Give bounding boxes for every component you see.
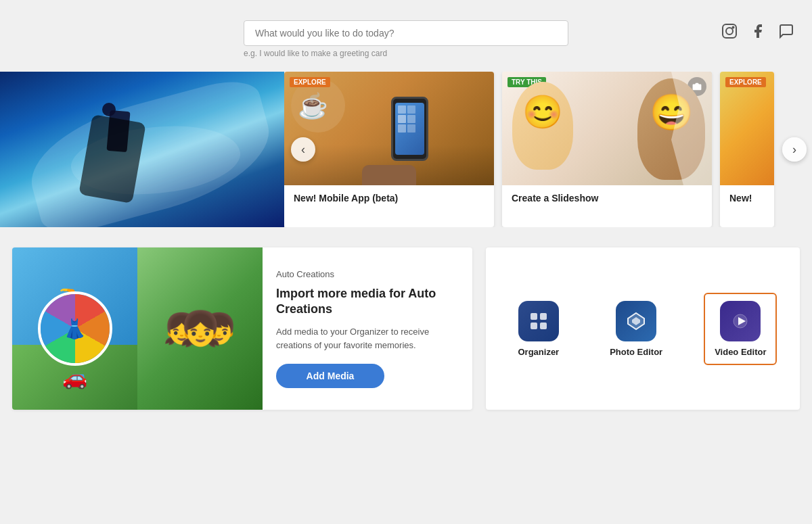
auto-creations-heading: Import more media for Auto Creations — [276, 286, 459, 318]
card-mobile-app[interactable]: ☕ — [284, 72, 494, 227]
photo-editor-icon — [616, 301, 656, 341]
header: e.g. I would like to make a greeting car… — [0, 0, 812, 65]
add-media-button[interactable]: Add Media — [276, 364, 384, 388]
svg-rect-7 — [540, 323, 547, 329]
search-container: e.g. I would like to make a greeting car… — [244, 20, 568, 58]
explore-badge-mobile: EXPLORE — [290, 77, 330, 87]
carousel-cards: ☕ — [284, 72, 812, 227]
photo-editor-app-item[interactable]: Photo Editor — [600, 294, 672, 364]
card-mobile-title: New! Mobile App (beta) — [294, 193, 398, 204]
search-hint: e.g. I would like to make a greeting car… — [244, 49, 387, 58]
card-mobile-body: New! Mobile App (beta) — [284, 185, 494, 211]
app-icons-panel: Organizer Photo Editor Video Editor — [486, 247, 800, 410]
card-slideshow-title: Create a Slideshow — [512, 193, 598, 204]
carousel-prev-button[interactable]: ‹ — [291, 137, 315, 162]
svg-rect-4 — [531, 313, 537, 320]
card-slideshow[interactable]: 😊 😄 TRY THIS Create a Slideshow — [502, 72, 712, 227]
auto-photos-collage: 🏊 👧👦 🚙 👗 — [12, 247, 263, 410]
svg-rect-0 — [723, 24, 736, 38]
organizer-app-item[interactable]: Organizer — [508, 294, 568, 364]
bottom-section: 🏊 👧👦 🚙 👗 Auto Creations Import more medi… — [12, 247, 800, 410]
explore-badge-partial: EXPLORE — [725, 77, 766, 87]
social-icons — [720, 22, 796, 41]
organizer-label: Organizer — [518, 347, 559, 357]
video-editor-label: Video Editor — [715, 347, 766, 357]
svg-point-1 — [726, 28, 733, 34]
carousel-main-image — [0, 72, 284, 227]
card-slideshow-body: Create a Slideshow — [502, 185, 712, 211]
svg-rect-6 — [531, 323, 537, 329]
carousel-section: ☕ — [0, 72, 812, 227]
card-partial-title: New! — [729, 193, 752, 204]
instagram-icon[interactable] — [720, 22, 739, 41]
card-new-partial[interactable]: EXPLORE New! — [720, 72, 774, 227]
card-mobile-image: ☕ — [284, 72, 494, 185]
chat-icon[interactable] — [777, 22, 796, 41]
photo-editor-label: Photo Editor — [610, 347, 662, 357]
collage-top-right: 👧👦 — [137, 247, 263, 410]
auto-creations-info: Auto Creations Import more media for Aut… — [263, 247, 472, 410]
carousel-next-button[interactable]: › — [782, 137, 807, 162]
organizer-icon — [518, 301, 559, 341]
video-editor-icon — [720, 301, 761, 341]
card-partial-body: New! — [720, 185, 774, 211]
auto-creations-description: Add media to your Organizer to receive c… — [276, 325, 459, 352]
auto-creations-section-title: Auto Creations — [276, 269, 459, 279]
card-partial-image — [720, 72, 774, 185]
facebook-icon[interactable] — [748, 22, 767, 41]
collage-circle-overlay: 👗 — [38, 291, 112, 366]
video-editor-app-item[interactable]: Video Editor — [704, 293, 777, 365]
auto-creations-panel: 🏊 👧👦 🚙 👗 Auto Creations Import more medi… — [12, 247, 472, 410]
svg-point-2 — [733, 27, 734, 28]
card-slideshow-image: 😊 😄 TRY THIS — [502, 72, 712, 185]
search-input[interactable] — [244, 20, 568, 46]
svg-rect-5 — [540, 313, 547, 320]
